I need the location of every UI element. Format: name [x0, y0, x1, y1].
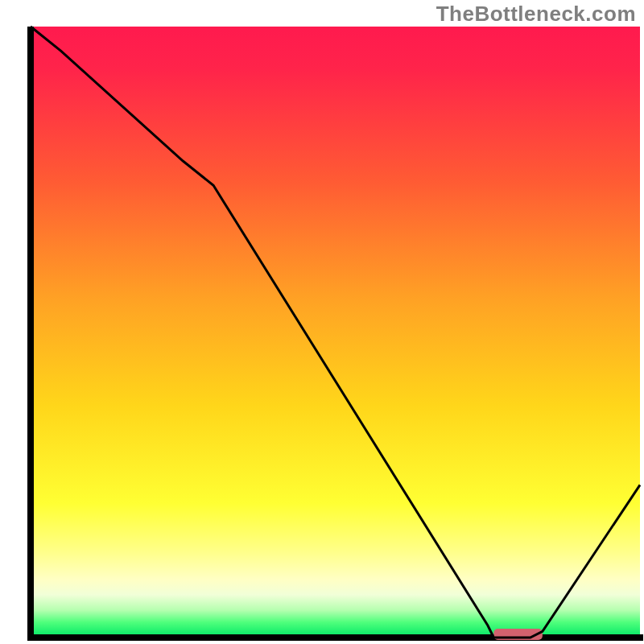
chart-container: { "attribution": "TheBottleneck.com", "c… [0, 0, 644, 644]
bottleneck-chart [0, 0, 644, 644]
svg-rect-0 [31, 27, 640, 638]
attribution-label: TheBottleneck.com [436, 2, 636, 27]
